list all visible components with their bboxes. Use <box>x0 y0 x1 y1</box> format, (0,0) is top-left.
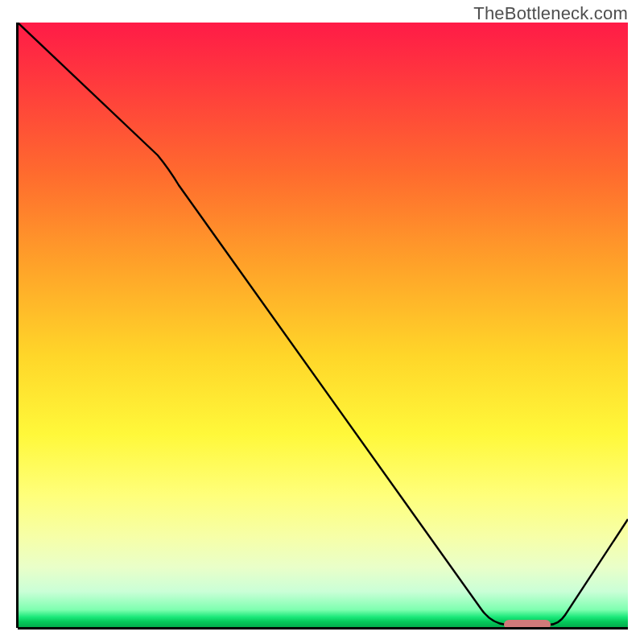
x-axis-line <box>18 627 628 630</box>
bottleneck-curve-line <box>18 23 628 628</box>
curve-path <box>18 23 628 625</box>
y-axis-line <box>16 23 19 628</box>
plot-area <box>18 23 628 628</box>
watermark-text: TheBottleneck.com <box>473 3 628 24</box>
